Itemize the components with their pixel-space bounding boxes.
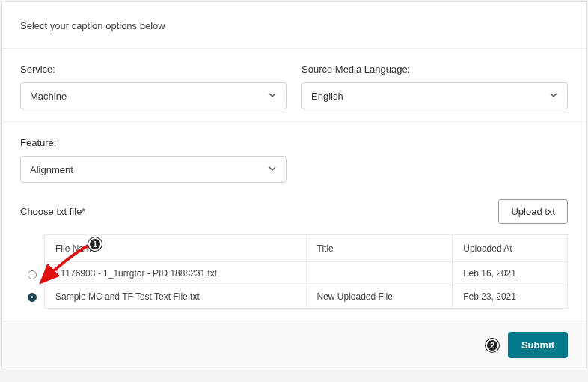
feature-label: Feature: (20, 137, 287, 148)
footer: 2 Submit (2, 321, 586, 369)
annotation-badge-2: 2 (486, 339, 499, 352)
file-table: File Name Title Uploaded At 11176903 - 1… (44, 234, 568, 309)
annotation-badge-1: 1 (88, 237, 102, 251)
chevron-down-icon (268, 91, 277, 102)
service-select[interactable]: Machine (20, 82, 287, 109)
table-header-row: File Name Title Uploaded At (45, 235, 568, 262)
file-section-header: Choose txt file* Upload txt (20, 199, 568, 224)
cell-uploaded: Feb 16, 2021 (453, 262, 568, 285)
language-select[interactable]: English (301, 82, 568, 109)
service-value: Machine (30, 91, 268, 102)
cell-title: New Uploaded File (306, 285, 453, 309)
language-label: Source Media Language: (301, 64, 568, 75)
feature-section: Feature: Alignment Choose txt file* Uplo… (2, 122, 586, 321)
cell-filename: 11176903 - 1_1urrgtor - PID 1888231.txt (45, 262, 307, 285)
instruction-text: Select your caption options below (20, 20, 568, 31)
file-radio-0[interactable] (28, 270, 37, 279)
feature-select[interactable]: Alignment (20, 156, 287, 183)
col-filename: File Name (45, 235, 307, 262)
feature-group: Feature: Alignment (20, 137, 287, 183)
language-group: Source Media Language: English (301, 64, 568, 109)
service-label: Service: (20, 64, 287, 75)
upload-txt-button[interactable]: Upload txt (498, 199, 568, 224)
chevron-down-icon (268, 164, 277, 175)
cell-title (306, 262, 453, 285)
radio-column (20, 234, 44, 309)
file-table-container: 1 File Name Title Uploaded At (20, 234, 568, 309)
cell-uploaded: Feb 23, 2021 (453, 285, 568, 309)
language-value: English (311, 91, 549, 102)
cell-filename: Sample MC and TF Test Text File.txt (45, 285, 307, 309)
file-radio-1[interactable] (28, 293, 37, 302)
service-language-section: Service: Machine Source Media Language: … (2, 49, 586, 122)
col-title: Title (306, 235, 453, 262)
choose-file-label: Choose txt file* (20, 206, 85, 217)
submit-button[interactable]: Submit (508, 332, 568, 358)
table-row[interactable]: 11176903 - 1_1urrgtor - PID 1888231.txt … (45, 262, 568, 285)
table-row[interactable]: Sample MC and TF Test Text File.txt New … (45, 285, 568, 309)
header-section: Select your caption options below (2, 2, 586, 49)
col-uploaded: Uploaded At (453, 235, 568, 262)
chevron-down-icon (549, 91, 558, 102)
service-group: Service: Machine (20, 64, 287, 109)
feature-value: Alignment (30, 164, 268, 175)
caption-options-panel: Select your caption options below Servic… (1, 1, 587, 369)
